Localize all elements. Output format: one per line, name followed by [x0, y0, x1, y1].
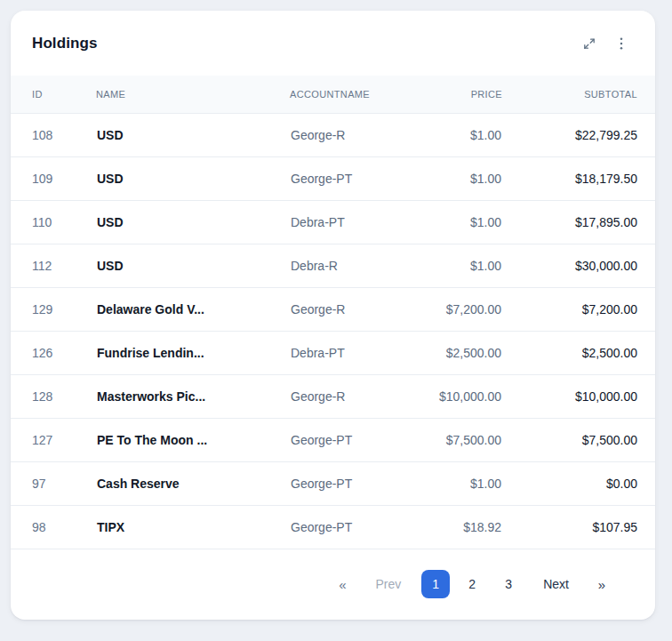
- cell-account: George-PT: [290, 418, 412, 461]
- cell-name: Delaware Gold V...: [96, 287, 290, 331]
- holdings-card: Holdings: [11, 11, 655, 620]
- cell-price: $2,500.00: [412, 331, 502, 374]
- holdings-table: ID NAME ACCOUNTNAME PRICE SUBTOTAL 108US…: [11, 76, 655, 549]
- table-row[interactable]: 98TIPXGeorge-PT$18.92$107.95: [11, 505, 655, 549]
- card-header: Holdings: [11, 11, 655, 76]
- cell-subtotal: $0.00: [502, 461, 655, 505]
- column-header-price[interactable]: PRICE: [412, 76, 502, 113]
- table-row[interactable]: 108USDGeorge-R$1.00$22,799.25: [11, 113, 655, 156]
- cell-price: $1.00: [412, 244, 502, 287]
- cell-id: 98: [11, 505, 96, 549]
- column-header-account[interactable]: ACCOUNTNAME: [290, 76, 412, 113]
- cell-subtotal: $107.95: [502, 505, 655, 549]
- column-header-subtotal[interactable]: SUBTOTAL: [502, 76, 655, 113]
- column-header-name[interactable]: NAME: [96, 76, 290, 113]
- table-row[interactable]: 109USDGeorge-PT$1.00$18,179.50: [11, 156, 655, 200]
- cell-subtotal: $7,500.00: [502, 418, 655, 461]
- cell-id: 108: [11, 113, 96, 156]
- first-page-button[interactable]: «: [328, 570, 356, 598]
- page-number-buttons: 123: [421, 570, 523, 598]
- table-row[interactable]: 129Delaware Gold V...George-R$7,200.00$7…: [11, 287, 655, 331]
- cell-name: USD: [96, 244, 290, 287]
- cell-account: George-R: [290, 374, 412, 418]
- page-title: Holdings: [32, 35, 98, 52]
- cell-account: George-R: [290, 113, 412, 156]
- header-actions: [580, 35, 630, 52]
- table-row[interactable]: 128Masterworks Pic...George-R$10,000.00$…: [11, 374, 655, 418]
- cell-price: $7,500.00: [412, 418, 502, 461]
- cell-price: $18.92: [412, 505, 502, 549]
- cell-name: Masterworks Pic...: [96, 374, 290, 418]
- table-body: 108USDGeorge-R$1.00$22,799.25109USDGeorg…: [11, 113, 655, 549]
- cell-price: $1.00: [412, 113, 502, 156]
- cell-name: USD: [96, 156, 290, 200]
- kebab-menu-icon[interactable]: [612, 35, 630, 52]
- table-row[interactable]: 127PE To The Moon ...George-PT$7,500.00$…: [11, 418, 655, 461]
- table-header-row: ID NAME ACCOUNTNAME PRICE SUBTOTAL: [11, 76, 655, 113]
- table-row[interactable]: 97Cash ReserveGeorge-PT$1.00$0.00: [11, 461, 655, 505]
- cell-price: $1.00: [412, 156, 502, 200]
- cell-account: Debra-PT: [290, 200, 412, 244]
- cell-id: 110: [11, 200, 96, 244]
- table-row[interactable]: 110USDDebra-PT$1.00$17,895.00: [11, 200, 655, 244]
- cell-subtotal: $17,895.00: [502, 200, 655, 244]
- cell-price: $1.00: [412, 461, 502, 505]
- next-page-button[interactable]: Next: [532, 570, 580, 598]
- page-1-button[interactable]: 1: [421, 570, 450, 598]
- table-row[interactable]: 126Fundrise Lendin...Debra-PT$2,500.00$2…: [11, 331, 655, 374]
- cell-id: 129: [11, 287, 96, 331]
- cell-id: 126: [11, 331, 96, 374]
- last-page-button[interactable]: »: [588, 570, 616, 598]
- cell-account: George-PT: [290, 505, 412, 549]
- cell-name: TIPX: [96, 505, 290, 549]
- cell-name: PE To The Moon ...: [96, 418, 290, 461]
- pagination: « Prev 123 Next »: [11, 549, 655, 620]
- column-header-id[interactable]: ID: [11, 76, 96, 113]
- cell-name: Fundrise Lendin...: [96, 331, 290, 374]
- page-2-button[interactable]: 2: [458, 570, 486, 598]
- cell-price: $10,000.00: [412, 374, 502, 418]
- cell-subtotal: $10,000.00: [502, 374, 655, 418]
- cell-account: George-PT: [290, 461, 412, 505]
- page-3-button[interactable]: 3: [494, 570, 523, 598]
- cell-subtotal: $30,000.00: [502, 244, 655, 287]
- cell-account: George-R: [290, 287, 412, 331]
- cell-account: George-PT: [290, 156, 412, 200]
- cell-id: 97: [11, 461, 96, 505]
- cell-name: USD: [96, 200, 290, 244]
- cell-subtotal: $7,200.00: [502, 287, 655, 331]
- cell-subtotal: $22,799.25: [502, 113, 655, 156]
- cell-id: 127: [11, 418, 96, 461]
- cell-id: 112: [11, 244, 96, 287]
- cell-name: USD: [96, 113, 290, 156]
- cell-id: 128: [11, 374, 96, 418]
- prev-page-button[interactable]: Prev: [364, 570, 412, 598]
- cell-price: $7,200.00: [412, 287, 502, 331]
- cell-subtotal: $18,179.50: [502, 156, 655, 200]
- cell-account: Debra-R: [290, 244, 412, 287]
- cell-id: 109: [11, 156, 96, 200]
- table-row[interactable]: 112USDDebra-R$1.00$30,000.00: [11, 244, 655, 287]
- cell-name: Cash Reserve: [96, 461, 290, 505]
- expand-icon[interactable]: [580, 35, 598, 52]
- cell-price: $1.00: [412, 200, 502, 244]
- cell-account: Debra-PT: [290, 331, 412, 374]
- cell-subtotal: $2,500.00: [502, 331, 655, 374]
